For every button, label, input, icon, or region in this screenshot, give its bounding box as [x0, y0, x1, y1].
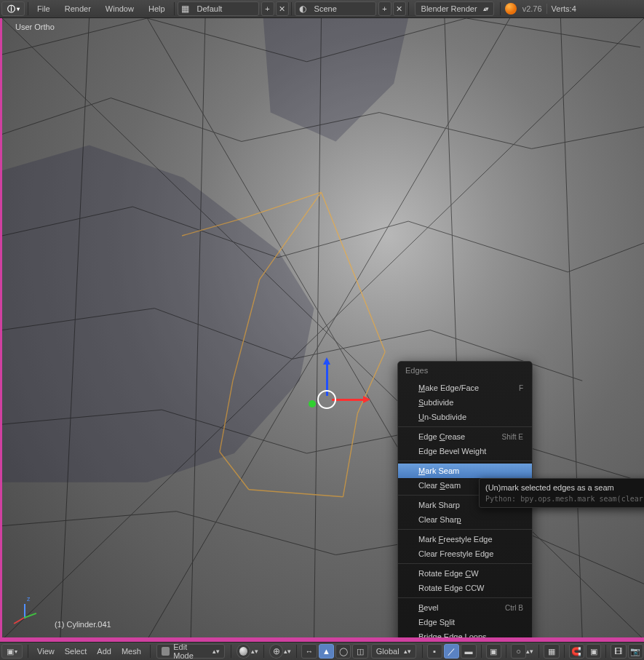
menu-item-label: Clear Sharp [418, 515, 461, 524]
menu-select[interactable]: Select [60, 647, 92, 656]
remove-layout-button[interactable]: ✕ [276, 1, 289, 16]
menu-item-clear-freestyle-edge[interactable]: Clear Freestyle Edge [398, 546, 532, 561]
updown-icon: ▴▾ [212, 648, 220, 655]
select-mode-edge[interactable]: ／ [444, 644, 459, 659]
svg-line-14 [2, 309, 154, 330]
separator [231, 645, 231, 658]
separator [291, 2, 292, 15]
viewport-shading-selector[interactable] [236, 644, 250, 659]
svg-line-27 [191, 18, 205, 640]
menu-item-bevel[interactable]: BevelCtrl B [398, 600, 532, 615]
manipulator-scale[interactable]: ◫ [352, 644, 367, 659]
menu-separator [398, 461, 532, 461]
menu-item-label: Rotate Edge CW [418, 569, 479, 578]
svg-line-31 [2, 18, 644, 640]
render-engine-selector[interactable]: Blender Render ▴▾ [415, 1, 494, 16]
menu-item-label: Edge Crease [418, 432, 465, 441]
menu-item-rotate-edge-ccw[interactable]: Rotate Edge CCW [398, 581, 532, 595]
svg-line-39 [220, 452, 249, 490]
gizmo-x-axis[interactable] [332, 399, 368, 401]
menu-item-shortcut: F [519, 384, 523, 392]
tooltip: (Un)mark selected edges as a seam Python… [479, 478, 644, 508]
menu-separator [398, 597, 532, 598]
gizmo-center-circle[interactable] [317, 390, 336, 409]
menu-item-label: Bevel [418, 603, 439, 612]
limit-selection-toggle[interactable]: ▣ [486, 644, 501, 659]
menu-item-mark-seam[interactable]: Mark Seam [398, 464, 532, 478]
gizmo-y-axis[interactable] [309, 400, 316, 407]
mode-selector[interactable]: Edit Mode ▴▾ [156, 644, 225, 659]
scene-selector[interactable]: ◐ Scene [295, 1, 376, 16]
updown-icon: ▴▾ [483, 5, 488, 12]
proportional-edit-selector[interactable]: ○ [511, 644, 526, 659]
svg-line-8 [532, 127, 644, 148]
svg-line-7 [379, 113, 531, 149]
menu-item-shortcut: Shift E [502, 433, 523, 441]
manipulator-translate[interactable]: ▲ [319, 644, 334, 659]
menu-separator [398, 426, 532, 427]
menu-add[interactable]: Add [92, 647, 116, 656]
svg-line-41 [233, 279, 260, 381]
layers-button-1[interactable]: ▦ [544, 644, 559, 659]
updown-icon: ▴▾ [526, 648, 533, 655]
3d-viewport[interactable]: User Ortho (1) Cylinder.041 [0, 18, 644, 642]
remove-scene-button[interactable]: ✕ [393, 1, 406, 16]
menu-item-un-subdivide[interactable]: Un-Subdivide [398, 410, 532, 424]
menu-item-shortcut: Ctrl B [505, 604, 523, 612]
screen-layout-selector[interactable]: ▦ Default [178, 1, 259, 16]
snap-toggle[interactable]: 🧲 [569, 644, 584, 659]
render-preview-button[interactable]: 🎞 [611, 644, 626, 659]
editor-type-info[interactable]: ⓘ▾ [1, 1, 25, 16]
separator [174, 2, 175, 15]
menu-item-bridge-edge-loops[interactable]: Bridge Edge Loops [398, 629, 532, 642]
snap-element-selector[interactable]: ▣ [586, 644, 601, 659]
menu-item-label: Edge Bevel Weight [418, 447, 486, 456]
add-scene-button[interactable]: + [378, 1, 391, 16]
select-mode-vertex[interactable]: ▪ [427, 644, 442, 659]
svg-line-26 [60, 18, 90, 640]
menu-item-edge-split[interactable]: Edge Split [398, 615, 532, 629]
svg-line-12 [408, 221, 568, 272]
menu-view[interactable]: View [32, 647, 60, 656]
svg-line-22 [2, 512, 176, 526]
manipulator-toggle[interactable]: ↔ [301, 644, 317, 659]
scene-name: Scene [310, 4, 375, 13]
menu-item-edge-crease[interactable]: Edge CreaseShift E [398, 429, 532, 444]
menu-item-mark-freestyle-edge[interactable]: Mark Freestyle Edge [398, 532, 532, 546]
menu-item-clear-sharp[interactable]: Clear Sharp [398, 512, 532, 527]
menu-help[interactable]: Help [141, 4, 172, 13]
svg-line-30 [560, 18, 582, 640]
svg-line-37 [343, 413, 357, 497]
menu-file[interactable]: File [30, 4, 57, 13]
separator [408, 2, 409, 15]
add-layout-button[interactable]: + [261, 1, 274, 16]
menu-item-subdivide[interactable]: Subdivide [398, 395, 532, 410]
updown-icon: ▴▾ [284, 648, 291, 655]
separator [506, 645, 506, 658]
render-anim-button[interactable]: 📷 [628, 644, 643, 659]
menu-mesh[interactable]: Mesh [116, 647, 146, 656]
layout-grid-icon: ▦ [178, 4, 193, 14]
separator [422, 645, 423, 658]
menu-item-rotate-edge-cw[interactable]: Rotate Edge CW [398, 566, 532, 581]
pivot-selector[interactable]: ⊕ [269, 644, 283, 659]
menu-item-label: Clear Freestyle Edge [418, 549, 493, 558]
svg-line-38 [249, 490, 343, 497]
menu-item-label: Bridge Edge Loops [418, 632, 487, 641]
svg-line-36 [357, 351, 385, 413]
editor-type-3dview[interactable]: ▣▾ [1, 644, 23, 659]
svg-line-9 [2, 207, 132, 236]
manipulator-rotate[interactable]: ◯ [335, 644, 351, 659]
active-object-label: (1) Cylinder.041 [55, 620, 111, 629]
svg-line-10 [132, 207, 277, 258]
select-mode-face[interactable]: ▬ [461, 644, 476, 659]
menu-item-label: Rotate Edge CCW [418, 584, 484, 592]
transform-gizmo[interactable] [311, 378, 355, 422]
menu-render[interactable]: Render [57, 4, 98, 13]
menu-window[interactable]: Window [98, 4, 141, 13]
menu-item-label: Edge Split [418, 618, 455, 627]
menu-item-make-edge-face[interactable]: Make Edge/FaceF [398, 381, 532, 395]
menu-item-label: Un-Subdivide [418, 413, 466, 421]
transform-orientation-selector[interactable]: Global ▴▾ [371, 644, 416, 659]
menu-item-edge-bevel-weight[interactable]: Edge Bevel Weight [398, 444, 532, 458]
